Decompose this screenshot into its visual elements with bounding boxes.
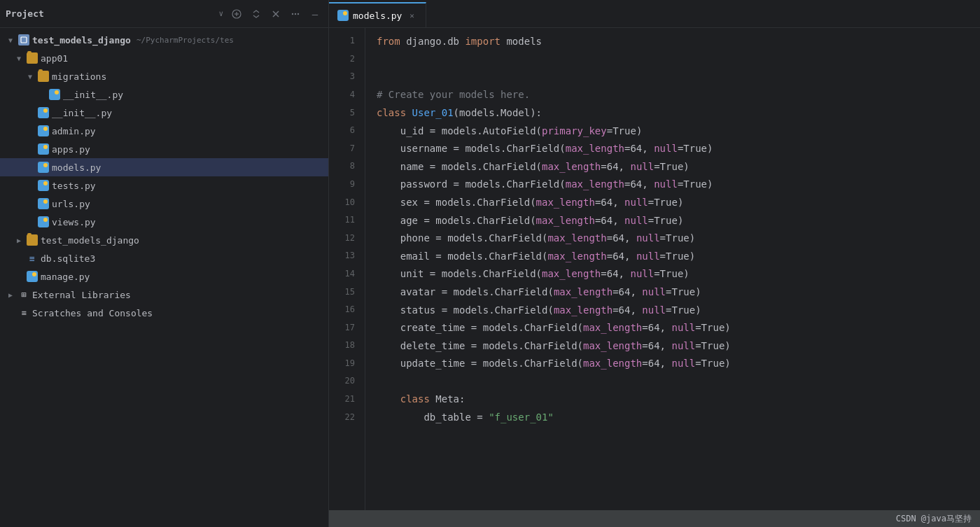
tree-item-manage[interactable]: manage.py [0, 267, 328, 286]
code-line [377, 50, 980, 69]
tree-item-admin[interactable]: admin.py [0, 122, 328, 140]
tab-bar: models.py ✕ [329, 0, 980, 28]
svg-rect-8 [21, 37, 27, 43]
tree-label: migrations [52, 71, 106, 82]
sidebar-icons: — [229, 6, 323, 22]
code-line: # Create your models here. [377, 86, 980, 104]
folder-icon [38, 71, 49, 82]
tree-item-scratches[interactable]: ≡ Scratches and Consoles [0, 304, 328, 322]
tab-models-py[interactable]: models.py ✕ [329, 2, 426, 27]
sidebar-title: Project [6, 8, 213, 19]
line-num: 5 [329, 104, 359, 122]
attribution-text: CSDN @java马坚持 [896, 513, 972, 525]
code-line: class User_01(models.Model): [377, 104, 980, 122]
code-line: password = models.CharField(max_length=6… [377, 176, 980, 194]
tab-close-icon[interactable]: ✕ [406, 10, 417, 21]
line-num: 8 [329, 157, 359, 176]
close-icon[interactable] [268, 6, 284, 22]
python-file-icon [337, 10, 349, 21]
tree-item-root[interactable]: ▼ test_models_django ~/PycharmProjects/t… [0, 31, 328, 49]
python-file-icon [38, 107, 49, 118]
python-file-icon [38, 143, 49, 155]
sidebar-header: Project ∨ — [0, 0, 328, 28]
line-num: 13 [329, 247, 359, 265]
scratches-icon: ≡ [18, 307, 29, 318]
tree-item-migrations[interactable]: ▼ migrations [0, 67, 328, 85]
svg-point-6 [295, 13, 296, 14]
tree-item-tests[interactable]: tests.py [0, 176, 328, 195]
tab-label: models.py [353, 10, 402, 21]
tree-label: Scratches and Consoles [32, 308, 153, 318]
svg-point-5 [292, 13, 293, 14]
line-num: 19 [329, 355, 359, 373]
tree-item-app01[interactable]: ▼ app01 [0, 49, 328, 67]
project-path: ~/PycharmProjects/tes [136, 36, 234, 45]
line-num: 10 [329, 193, 359, 211]
tree-label: admin.py [52, 126, 96, 136]
python-file-icon [38, 125, 49, 136]
database-icon: ≡ [27, 253, 38, 264]
status-bar: CSDN @java马坚持 [329, 510, 980, 527]
code-line: avatar = models.CharField(max_length=64,… [377, 283, 980, 301]
code-line: status = models.CharField(max_length=64,… [377, 301, 980, 319]
code-line: delete_time = models.CharField(max_lengt… [377, 337, 980, 355]
chevron-down-icon: ▼ [6, 35, 15, 45]
tree-label: db.sqlite3 [41, 253, 95, 264]
code-line: phone = models.CharField(max_length=64, … [377, 230, 980, 248]
collapse-icon[interactable] [248, 6, 264, 22]
chevron-down-icon: ▼ [25, 71, 35, 81]
folder-icon [27, 234, 38, 246]
tree-label: models.py [52, 162, 101, 173]
line-num: 21 [329, 391, 359, 409]
code-line [377, 372, 980, 391]
tree-label: urls.py [52, 199, 90, 209]
chevron-right-icon: ▶ [6, 290, 15, 300]
tree-item-urls[interactable]: urls.py [0, 195, 328, 213]
line-num: 16 [329, 301, 359, 319]
code-content[interactable]: from django.db import models # Create yo… [365, 28, 980, 510]
line-num: 17 [329, 319, 359, 337]
line-num: 15 [329, 283, 359, 301]
tree-item-app01-init[interactable]: __init__.py [0, 104, 328, 122]
line-num: 3 [329, 68, 359, 86]
tree-item-test-models-django2[interactable]: ▶ test_models_django [0, 231, 328, 249]
line-num: 14 [329, 265, 359, 283]
tree-label: views.py [52, 217, 96, 227]
sidebar-title-arrow[interactable]: ∨ [218, 9, 223, 18]
chevron-right-icon: ▶ [14, 235, 24, 245]
tree-label: __init__.py [52, 108, 112, 118]
tree-item-ext-libs[interactable]: ▶ ⊞ External Libraries [0, 286, 328, 304]
tree-item-migrations-init[interactable]: __init__.py [0, 85, 328, 104]
tree-item-models[interactable]: models.py [0, 158, 328, 176]
more-icon[interactable] [288, 6, 303, 22]
tree-label: test_models_django [41, 235, 139, 246]
minimize-icon[interactable]: — [307, 6, 323, 22]
code-line: sex = models.CharField(max_length=64, nu… [377, 193, 980, 211]
line-num: 2 [329, 50, 359, 69]
folder-icon [27, 52, 38, 64]
sidebar-tree: ▼ test_models_django ~/PycharmProjects/t… [0, 28, 328, 527]
code-line: username = models.CharField(max_length=6… [377, 140, 980, 158]
tree-item-apps[interactable]: apps.py [0, 140, 328, 158]
line-num: 4 [329, 86, 359, 104]
line-num: 11 [329, 211, 359, 230]
tree-item-db-sqlite[interactable]: ≡ db.sqlite3 [0, 249, 328, 267]
python-file-icon [49, 89, 60, 100]
tree-item-views[interactable]: views.py [0, 213, 328, 231]
tree-label: manage.py [41, 272, 90, 282]
tree-label: External Libraries [32, 290, 131, 300]
code-line [377, 68, 980, 86]
svg-point-7 [298, 13, 299, 14]
project-root-icon [18, 34, 29, 45]
code-line: update_time = models.CharField(max_lengt… [377, 355, 980, 373]
code-line: email = models.CharField(max_length=64, … [377, 247, 980, 265]
sidebar: Project ∨ — ▼ [0, 0, 329, 527]
python-file-icon [38, 180, 49, 191]
chevron-down-icon: ▼ [14, 53, 24, 63]
add-icon[interactable] [229, 6, 244, 22]
tree-label: test_models_django [32, 35, 131, 45]
code-line: age = models.CharField(max_length=64, nu… [377, 211, 980, 230]
editor-area: models.py ✕ 1 2 3 4 5 6 7 8 9 10 11 12 1… [329, 0, 980, 527]
line-num: 7 [329, 140, 359, 158]
line-num: 9 [329, 176, 359, 194]
